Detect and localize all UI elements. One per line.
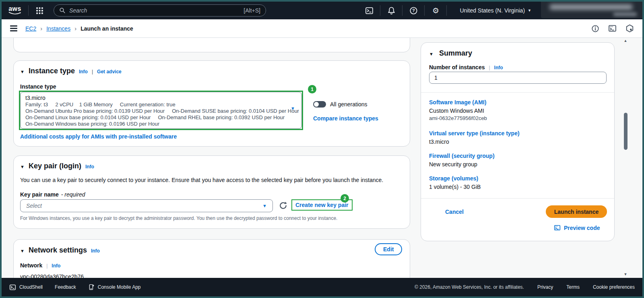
section-collapse-icon[interactable]: ▼: [20, 164, 25, 169]
caret-down-icon: ▼: [291, 106, 295, 111]
redacted-text: [550, 4, 632, 10]
compare-instance-types-link[interactable]: Compare instance types: [313, 115, 378, 122]
section-collapse-icon[interactable]: ▼: [20, 69, 25, 74]
nav-divider: [380, 5, 380, 16]
launch-instance-button[interactable]: Launch instance: [546, 205, 607, 218]
footer-copyright: © 2026, Amazon Web Services, Inc. or its…: [415, 284, 524, 290]
svg-text:?: ?: [412, 8, 415, 13]
summary-panel: ▼ Summary Number of instances | Info Sof…: [421, 42, 615, 241]
help-icon[interactable]: ?: [409, 6, 418, 15]
scroll-up-arrow[interactable]: ▲: [623, 39, 628, 43]
instance-type-title: Instance type: [29, 67, 75, 75]
cloudshell-icon[interactable]: [365, 6, 374, 15]
number-of-instances-label: Number of instances: [429, 64, 485, 70]
settings-gear-icon[interactable]: ⚙: [431, 6, 440, 15]
preview-code-button[interactable]: Preview code: [554, 224, 600, 231]
preview-code-icon: [554, 224, 561, 231]
separator: |: [489, 65, 490, 70]
edit-network-button[interactable]: Edit: [375, 243, 402, 255]
network-info-link[interactable]: Info: [52, 263, 60, 269]
breadcrumb-instances[interactable]: Instances: [46, 25, 70, 32]
redacted-text: [613, 12, 637, 16]
footer: CloudShell Feedback Console Mobile App ©…: [2, 278, 642, 296]
divider: [421, 92, 614, 93]
region-label: United States (N. Virginia): [460, 7, 525, 14]
amazon-q-hexagon-icon[interactable]: [625, 24, 634, 33]
number-of-instances-input[interactable]: [429, 72, 607, 84]
annotation-highlight-1: t3.micro Family: t3 2 vCPU 1 GiB Memory …: [19, 91, 303, 130]
aws-console-screen: aws [Alt+S]: [0, 0, 644, 298]
annotation-badge-1: 1: [308, 85, 316, 93]
nav-divider: [424, 5, 425, 16]
nav-divider: [402, 5, 402, 16]
breadcrumb-separator: ›: [40, 25, 42, 32]
network-vpc-value: vpc-00280da367bce2b76: [20, 273, 84, 278]
aws-logo-text: aws: [8, 6, 21, 12]
create-new-key-pair-link[interactable]: Create new key pair: [295, 202, 349, 208]
scroll-down-arrow[interactable]: ▼: [623, 272, 628, 276]
footer-cookie-preferences-link[interactable]: Cookie preferences: [593, 284, 635, 290]
hamburger-menu-icon[interactable]: [10, 25, 17, 31]
get-advice-link[interactable]: Get advice: [97, 69, 122, 74]
instance-type-info-link[interactable]: Info: [79, 69, 88, 74]
key-pair-select-placeholder: Select: [26, 203, 262, 209]
scrollbar-thumb[interactable]: [624, 113, 627, 150]
instance-type-selected: t3.micro: [25, 95, 284, 101]
summary-instance-type-link[interactable]: Virtual server type (instance type): [429, 130, 520, 137]
aws-logo[interactable]: aws: [8, 6, 22, 15]
key-pair-info-link[interactable]: Info: [85, 164, 94, 170]
toggle-knob: [314, 102, 319, 107]
caret-down-icon: ▼: [528, 8, 531, 12]
cloudshell-icon: [9, 284, 16, 291]
summary-storage-value: 1 volume(s) - 30 GiB: [429, 184, 481, 190]
footer-feedback-button[interactable]: Feedback: [55, 284, 76, 290]
search-input[interactable]: [69, 7, 240, 14]
footer-terms-link[interactable]: Terms: [566, 284, 580, 290]
instance-type-pricing-1: On-Demand Ubuntu Pro base pricing: 0.013…: [25, 108, 284, 114]
instance-type-specs: Family: t3 2 vCPU 1 GiB Memory Current g…: [25, 101, 284, 108]
key-pair-section: ▼ Key pair (login) Info You can use a ke…: [13, 155, 410, 229]
key-pair-description: You can use a key pair to securely conne…: [20, 177, 403, 183]
account-info-redacted[interactable]: [541, 2, 642, 18]
key-pair-name-label: Key pair name: [20, 191, 59, 198]
footer-cloudshell-button[interactable]: CloudShell: [9, 284, 43, 291]
nav-divider: [446, 5, 447, 16]
key-pair-select[interactable]: Select ▼: [20, 199, 273, 212]
section-collapse-icon[interactable]: ▼: [429, 52, 433, 56]
region-selector[interactable]: United States (N. Virginia) ▼: [460, 7, 531, 14]
summary-ami-link[interactable]: Software Image (AMI): [429, 99, 486, 106]
cancel-button[interactable]: Cancel: [445, 209, 464, 215]
main-content: ▼ Instance type Info | Get advice Instan…: [2, 38, 642, 278]
section-collapse-icon[interactable]: ▼: [20, 248, 25, 253]
key-pair-helper-text: For Windows instances, you use a key pai…: [20, 215, 337, 221]
instances-info-link[interactable]: Info: [494, 65, 503, 70]
global-search[interactable]: [Alt+S]: [54, 4, 266, 17]
breadcrumb-separator: ›: [74, 25, 76, 32]
summary-ami-id: ami-0632e775956f02ceb: [429, 115, 487, 121]
footer-privacy-link[interactable]: Privacy: [537, 284, 553, 290]
network-settings-title: Network settings: [29, 246, 87, 255]
all-generations-toggle[interactable]: [313, 101, 326, 108]
mobile-app-icon: [88, 284, 95, 290]
aws-smile-icon: [8, 12, 22, 15]
preview-code-icon[interactable]: [608, 24, 617, 33]
footer-mobile-app-button[interactable]: Console Mobile App: [88, 284, 141, 290]
additional-costs-link[interactable]: Additional costs apply for AMIs with pre…: [20, 133, 177, 140]
divider: [421, 198, 614, 199]
key-pair-title: Key pair (login): [29, 162, 81, 170]
breadcrumb-ec2[interactable]: EC2: [25, 25, 36, 32]
instance-type-section: ▼ Instance type Info | Get advice Instan…: [13, 60, 410, 147]
notifications-bell-icon[interactable]: [387, 6, 396, 15]
summary-instance-type-value: t3.micro: [429, 139, 449, 145]
nav-divider: [28, 5, 29, 16]
breadcrumb-current: Launch an instance: [80, 25, 133, 32]
apps-grid-icon[interactable]: [35, 6, 44, 15]
summary-storage-link[interactable]: Storage (volumes): [429, 175, 478, 182]
network-settings-info-link[interactable]: Info: [91, 248, 100, 254]
refresh-icon[interactable]: [279, 201, 288, 210]
summary-firewall-link[interactable]: Firewall (security group): [429, 153, 495, 159]
summary-title: Summary: [439, 49, 472, 58]
instance-type-select[interactable]: t3.micro Family: t3 2 vCPU 1 GiB Memory …: [20, 92, 302, 129]
annotation-badge-2: 2: [341, 194, 349, 203]
info-icon[interactable]: [591, 25, 599, 33]
